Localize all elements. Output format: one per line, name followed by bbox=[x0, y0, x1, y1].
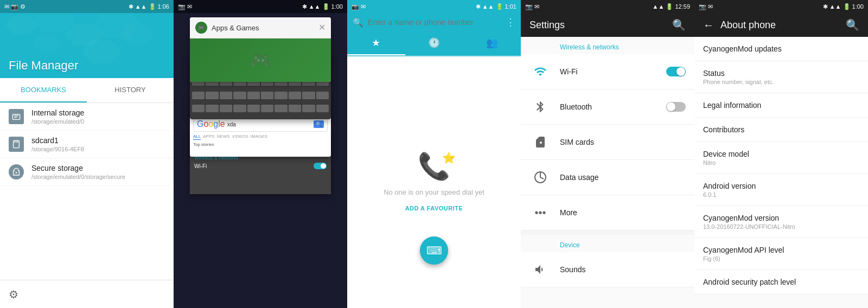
back-button[interactable]: ← bbox=[703, 19, 714, 31]
status-right: ✱ ▲▲ 🔋 1:01 bbox=[476, 3, 516, 10]
key bbox=[220, 92, 232, 99]
dialer-search-bar: 🔍 ⋮ bbox=[347, 13, 521, 31]
dialpad-fab[interactable]: ⌨ bbox=[420, 236, 448, 265]
file-path: /storage/emulated/0/storage/secure bbox=[31, 174, 125, 180]
key bbox=[302, 92, 315, 99]
item-text: Bluetooth bbox=[560, 102, 658, 111]
tab-contacts[interactable]: 👥 bbox=[463, 31, 521, 55]
key bbox=[206, 105, 218, 112]
item-title: CyanogenMod API level bbox=[703, 246, 859, 254]
list-item[interactable]: Legal information bbox=[694, 93, 868, 118]
secure-icon bbox=[9, 164, 24, 179]
item-subtitle: Fig (6) bbox=[703, 255, 859, 262]
tab-images[interactable]: IMAGES bbox=[251, 134, 267, 140]
tab-videos[interactable]: VIDEOS bbox=[232, 134, 248, 140]
settings-item-data[interactable]: Data usage bbox=[521, 160, 694, 195]
google-logo: Google bbox=[197, 119, 225, 129]
item-subtitle: 13.0-20160722-UNOFFICIAL-Nitro bbox=[703, 223, 859, 230]
key bbox=[192, 105, 205, 112]
bluetooth-toggle[interactable] bbox=[666, 102, 686, 112]
key bbox=[261, 92, 273, 99]
item-subtitle: Nitro bbox=[703, 159, 859, 166]
file-manager-header: File Manager bbox=[0, 13, 174, 78]
list-item[interactable]: Status Phone number, signal, etc. bbox=[694, 61, 868, 93]
key bbox=[220, 105, 232, 112]
tab-bookmarks[interactable]: BOOKMARKS bbox=[0, 78, 87, 102]
list-item[interactable]: CyanogenMod version 13.0-20160722-UNOFFI… bbox=[694, 206, 868, 238]
status-left: 📷 ✉ bbox=[178, 3, 192, 10]
settings-icon[interactable]: ⚙ bbox=[9, 288, 18, 301]
list-item[interactable]: Android version 6.0.1 bbox=[694, 174, 868, 206]
empty-message: No one is on your speed dial yet bbox=[384, 188, 484, 196]
list-item[interactable]: CyanogenMod updates bbox=[694, 37, 868, 61]
settings-item-bluetooth[interactable]: Bluetooth bbox=[521, 89, 694, 125]
status-right: ✱ ▲▲ 🔋 1:00 bbox=[823, 3, 864, 10]
settings-list: Wireless & networks Wi-Fi Bluetooth bbox=[521, 37, 694, 308]
status-left: 📷 ✉ bbox=[352, 3, 366, 10]
about-list: CyanogenMod updates Status Phone number,… bbox=[694, 37, 868, 308]
item-title: CyanogenMod version bbox=[703, 214, 859, 222]
file-name: Internal storage bbox=[31, 108, 84, 117]
wifi-icon bbox=[529, 61, 551, 82]
search-button[interactable]: 🔍 bbox=[314, 120, 324, 128]
list-item[interactable]: Secure storage /storage/emulated/0/stora… bbox=[0, 158, 174, 186]
tab-news[interactable]: NEWS bbox=[217, 134, 230, 140]
tab-apps[interactable]: APPS bbox=[203, 134, 214, 140]
time-display: 1:06 bbox=[158, 3, 169, 10]
file-path: /storage/9016-4EF8 bbox=[31, 146, 84, 152]
item-title: Bluetooth bbox=[560, 102, 658, 111]
bluetooth-icon bbox=[529, 96, 551, 118]
browser-content: Top stories bbox=[193, 142, 328, 147]
search-icon[interactable]: 🔍 bbox=[846, 18, 859, 31]
ellipsis-icon: ••• bbox=[534, 207, 546, 219]
tab-history[interactable]: HISTORY bbox=[87, 78, 174, 102]
star-icon: ⭐ bbox=[442, 151, 456, 164]
status-right: ✱ ▲▲ 🔋 1:00 bbox=[302, 3, 343, 10]
section-divider bbox=[521, 230, 694, 235]
list-item[interactable]: sdcard1 /storage/9016-4EF8 bbox=[0, 131, 174, 158]
dialpad-icon: ⌨ bbox=[426, 244, 442, 257]
file-info: sdcard1 /storage/9016-4EF8 bbox=[31, 136, 84, 152]
search-icon[interactable]: 🔍 bbox=[672, 18, 686, 31]
item-title: Android security patch level bbox=[703, 278, 859, 286]
list-item[interactable]: Device model Nitro bbox=[694, 142, 868, 174]
settings-item-sim[interactable]: SIM cards bbox=[521, 125, 694, 160]
file-info: Secure storage /storage/emulated/0/stora… bbox=[31, 164, 125, 180]
tab-recent[interactable]: 🕐 bbox=[405, 31, 463, 55]
file-name: Secure storage bbox=[31, 164, 125, 172]
settings-header: Settings 🔍 bbox=[521, 13, 694, 37]
item-title: Sounds bbox=[560, 265, 686, 274]
more-icon[interactable]: ⋮ bbox=[506, 16, 515, 28]
list-item[interactable]: Internal storage /storage/emulated/0 bbox=[0, 103, 174, 131]
close-icon[interactable]: ✕ bbox=[318, 23, 326, 32]
status-bar-1: ✉ 📷 ⚙ ✱ ▲▲ 🔋 1:06 bbox=[0, 0, 174, 13]
settings-item-more[interactable]: ••• More bbox=[521, 195, 694, 230]
sdcard-icon bbox=[9, 137, 24, 152]
list-item[interactable]: CyanogenMod API level Fig (6) bbox=[694, 238, 868, 270]
section-wireless: Wireless & networks bbox=[521, 37, 694, 54]
status-bar-4: 📷 ✉ ▲▲ 🔋 12:59 bbox=[521, 0, 694, 13]
sim-icon bbox=[529, 131, 551, 153]
list-item[interactable]: Contributors bbox=[694, 118, 868, 142]
list-item[interactable]: 🎮 Apps & Games ✕ 🎮 bbox=[190, 17, 331, 82]
settings-item-sounds[interactable]: Sounds bbox=[521, 252, 694, 287]
browser-tab-bar: ALL APPS NEWS VIDEOS IMAGES bbox=[193, 134, 328, 140]
item-text: Data usage bbox=[560, 173, 686, 182]
add-favourite-button[interactable]: ADD A FAVOURITE bbox=[401, 203, 468, 214]
settings-item-wifi[interactable]: Wi-Fi bbox=[521, 54, 694, 89]
key bbox=[302, 105, 315, 112]
keyboard-preview bbox=[190, 76, 331, 119]
card-preview: Wireless & networks Wi-Fi bbox=[190, 151, 331, 194]
key bbox=[206, 92, 218, 99]
wifi-label: Wi-Fi bbox=[194, 163, 207, 169]
status-left: 📷 ✉ bbox=[699, 3, 713, 10]
wifi-toggle[interactable] bbox=[666, 67, 686, 76]
item-title: SIM cards bbox=[560, 138, 686, 146]
search-input[interactable] bbox=[368, 18, 501, 27]
list-item[interactable]: Android security patch level bbox=[694, 270, 868, 294]
key bbox=[261, 105, 273, 112]
tab-favorites[interactable]: ★ bbox=[347, 31, 405, 55]
tab-all[interactable]: ALL bbox=[193, 134, 201, 140]
data-usage-icon bbox=[529, 166, 551, 188]
file-list: Internal storage /storage/emulated/0 sdc… bbox=[0, 103, 174, 280]
